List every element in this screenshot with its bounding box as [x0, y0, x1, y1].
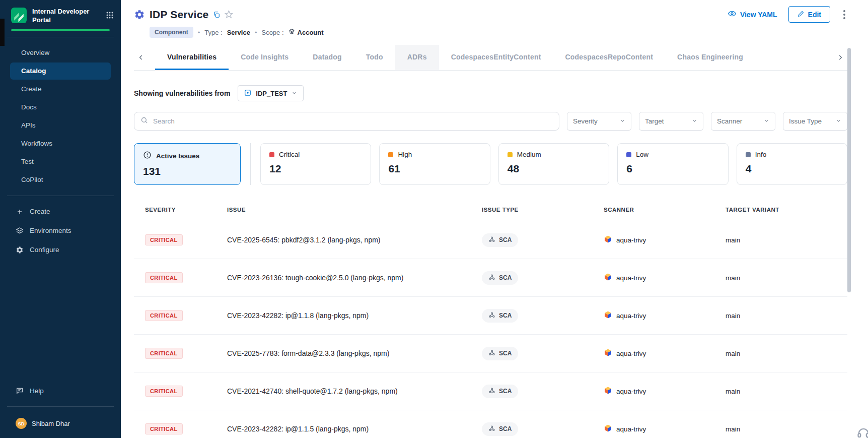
scanner-cell: aqua-trivy [604, 386, 726, 396]
filter-row: Severity Target Scanner Issue Type [134, 112, 847, 131]
issue-text: CVE-2023-42282: ip@1.1.5 (lang-pkgs, npm… [227, 425, 482, 433]
severity-badge: CRITICAL [145, 310, 183, 321]
sidebar-item-copilot[interactable]: CoPilot [10, 171, 111, 189]
chevron-right-icon[interactable] [833, 54, 847, 61]
tab-codespaces-entity-content[interactable]: CodespacesEntityContent [439, 45, 553, 70]
search-icon [140, 116, 148, 126]
source-row: Showing vulnerabilities from IDP_TEST [134, 85, 847, 101]
edit-button[interactable]: Edit [788, 6, 830, 23]
apps-grid-icon[interactable] [106, 11, 114, 21]
showing-label: Showing vulnerabilities from [134, 89, 230, 97]
issue-text: CVE-2021-42740: shell-quote@1.7.2 (lang-… [227, 387, 482, 395]
tab-adrs[interactable]: ADRs [395, 45, 439, 70]
target-variant: main [726, 350, 847, 357]
star-icon[interactable] [225, 10, 233, 19]
sidebar-action-create[interactable]: Create [11, 202, 110, 221]
scanner-cell: aqua-trivy [604, 273, 726, 283]
plus-icon [15, 208, 24, 215]
medium-card[interactable]: Medium 48 [498, 143, 609, 185]
table-row[interactable]: CRITICAL CVE-2025-7783: form-data@2.3.3 … [134, 334, 847, 372]
chevron-down-icon [292, 90, 297, 97]
copy-icon[interactable] [213, 11, 220, 18]
tab-code-insights[interactable]: Code Insights [229, 45, 301, 70]
view-yaml-button[interactable]: View YAML [728, 10, 777, 19]
chevron-down-icon [692, 117, 697, 125]
header-actions: View YAML Edit [728, 6, 847, 23]
stats-row: Active Issues 131 Critical 12 High 61 Me… [134, 143, 847, 185]
trivy-icon [604, 348, 612, 358]
filter-severity-select[interactable]: Severity [567, 112, 631, 131]
sidebar-action-environments[interactable]: Environments [11, 221, 110, 240]
sidebar-action-configure[interactable]: Configure [11, 240, 110, 260]
sca-icon [488, 236, 495, 244]
info-count: 4 [746, 163, 838, 175]
tab-codespaces-repo-content[interactable]: CodespacesRepoContent [553, 45, 666, 70]
sca-icon [488, 349, 495, 358]
table-row[interactable]: CRITICAL CVE-2025-6545: pbkdf2@3.1.2 (la… [134, 221, 847, 259]
sidebar-item-overview[interactable]: Overview [10, 44, 111, 61]
tab-datadog[interactable]: Datadog [301, 45, 353, 70]
trivy-icon [604, 386, 612, 396]
more-options-icon[interactable] [841, 8, 847, 21]
main-content: IDP Service View YAML Edit [121, 0, 868, 438]
vulnerabilities-table: SEVERITY ISSUE ISSUE TYPE SCANNER TARGET… [134, 199, 847, 438]
info-card[interactable]: Info 4 [737, 143, 847, 185]
col-issue: ISSUE [227, 207, 482, 213]
high-card[interactable]: High 61 [379, 143, 490, 185]
critical-card[interactable]: Critical 12 [260, 143, 371, 185]
sidebar-help[interactable]: Help [11, 381, 110, 400]
high-count: 61 [388, 163, 481, 175]
user-name: Shibam Dhar [32, 420, 70, 427]
trivy-icon [604, 235, 612, 245]
sidebar-item-apis[interactable]: APIs [10, 117, 111, 134]
kind-badge: Component [150, 27, 193, 38]
table-row[interactable]: CRITICAL CVE-2023-42282: ip@1.1.5 (lang-… [134, 410, 847, 438]
sidebar-item-test[interactable]: Test [10, 153, 111, 170]
project-icon [244, 89, 251, 98]
sidebar-item-catalog[interactable]: Catalog [10, 62, 111, 80]
tab-vulnerabilities[interactable]: Vulnerabilities [155, 45, 229, 70]
scanner-cell: aqua-trivy [604, 235, 726, 245]
sidebar-divider [7, 196, 114, 196]
sidebar-item-workflows[interactable]: Workflows [10, 135, 111, 152]
filter-target-select[interactable]: Target [639, 112, 703, 131]
filter-scanner-select[interactable]: Scanner [711, 112, 775, 131]
tab-chaos-engineering[interactable]: Chaos Engineering [665, 45, 755, 70]
issue-text: CVE-2023-26136: tough-cookie@2.5.0 (lang… [227, 274, 482, 282]
chevron-left-icon[interactable] [134, 54, 148, 61]
table-row[interactable]: CRITICAL CVE-2023-42282: ip@1.1.8 (lang-… [134, 296, 847, 334]
filter-issue-type-select[interactable]: Issue Type [783, 112, 847, 131]
user-menu[interactable]: SD Shibam Dhar [0, 413, 121, 438]
scanner-cell: aqua-trivy [604, 310, 726, 321]
trivy-icon [604, 273, 612, 283]
critical-color-square [269, 152, 274, 157]
search-input[interactable] [153, 117, 553, 125]
low-card[interactable]: Low 6 [617, 143, 728, 185]
sidebar-item-docs[interactable]: Docs [10, 99, 111, 116]
source-selector[interactable]: IDP_TEST [238, 85, 304, 101]
pencil-icon [798, 11, 804, 19]
target-variant: main [726, 425, 847, 433]
critical-count: 12 [269, 163, 362, 175]
sidebar-spacer [0, 260, 121, 381]
sidebar-nav: Overview Catalog Create Docs APIs Workfl… [0, 43, 121, 190]
entity-meta: Component • Type : Service • Scope : Acc… [150, 27, 847, 38]
sca-icon [488, 425, 495, 433]
table-row[interactable]: CRITICAL CVE-2023-26136: tough-cookie@2.… [134, 259, 847, 296]
issue-type-badge: SCA [482, 385, 518, 398]
issue-type-badge: SCA [482, 271, 518, 285]
brand-accent-bar [11, 29, 110, 31]
sidebar-item-create[interactable]: Create [10, 81, 111, 98]
app-root: Internal Developer Portal Overview Catal… [0, 0, 868, 438]
active-issues-label: Active Issues [156, 152, 199, 160]
portal-logo[interactable] [11, 8, 27, 23]
issue-type-badge: SCA [482, 309, 518, 323]
active-issues-card[interactable]: Active Issues 131 [134, 143, 241, 185]
support-headset-icon[interactable] [856, 426, 868, 438]
target-variant: main [726, 388, 847, 395]
table-row[interactable]: CRITICAL CVE-2021-42740: shell-quote@1.7… [134, 372, 847, 410]
tab-todo[interactable]: Todo [354, 45, 395, 70]
gear-icon [15, 246, 24, 254]
medium-color-square [508, 152, 513, 157]
scrollbar[interactable] [847, 48, 851, 292]
